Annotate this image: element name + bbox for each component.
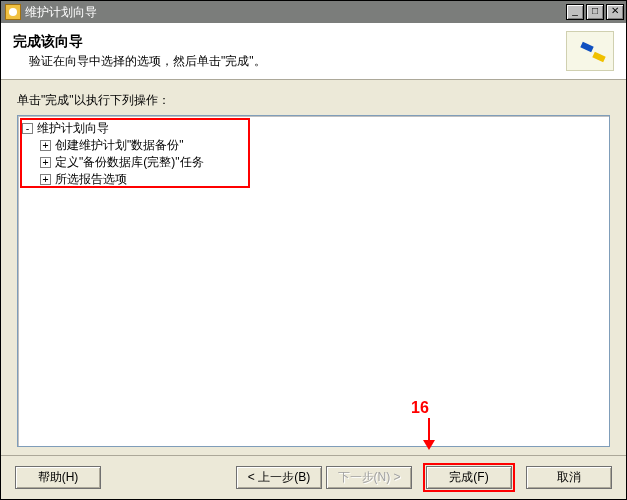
window-title: 维护计划向导: [25, 4, 566, 21]
expand-icon[interactable]: +: [40, 140, 51, 151]
instruction-text: 单击"完成"以执行下列操作：: [17, 92, 610, 109]
tree-item[interactable]: + 创建维护计划"数据备份": [22, 137, 605, 154]
cancel-button[interactable]: 取消: [526, 466, 612, 489]
tree-item-label: 定义"备份数据库(完整)"任务: [55, 154, 204, 171]
finish-button[interactable]: 完成(F): [426, 466, 512, 489]
expand-icon[interactable]: +: [40, 157, 51, 168]
tree-root-label: 维护计划向导: [37, 120, 109, 137]
wizard-icon: [566, 31, 614, 71]
wizard-body: 单击"完成"以执行下列操作： - 维护计划向导 + 创建维护计划"数据备份" +…: [1, 80, 626, 455]
page-subtitle: 验证在向导中选择的选项，然后单击"完成"。: [13, 53, 558, 70]
help-button[interactable]: 帮助(H): [15, 466, 101, 489]
expand-icon[interactable]: +: [40, 174, 51, 185]
tree-item-label: 创建维护计划"数据备份": [55, 137, 184, 154]
next-button: 下一步(N) >: [326, 466, 412, 489]
wizard-header: 完成该向导 验证在向导中选择的选项，然后单击"完成"。: [1, 23, 626, 80]
summary-tree[interactable]: - 维护计划向导 + 创建维护计划"数据备份" + 定义"备份数据库(完整)"任…: [18, 116, 609, 192]
tree-item[interactable]: + 定义"备份数据库(完整)"任务: [22, 154, 605, 171]
tree-item[interactable]: + 所选报告选项: [22, 171, 605, 188]
titlebar: 维护计划向导 _ □ ✕: [1, 1, 626, 23]
page-title: 完成该向导: [13, 33, 558, 51]
maximize-button[interactable]: □: [586, 4, 604, 20]
wizard-footer: 帮助(H) < 上一步(B) 下一步(N) > 完成(F) 取消: [1, 455, 626, 499]
summary-tree-container: - 维护计划向导 + 创建维护计划"数据备份" + 定义"备份数据库(完整)"任…: [17, 115, 610, 447]
minimize-button[interactable]: _: [566, 4, 584, 20]
back-button[interactable]: < 上一步(B): [236, 466, 322, 489]
tree-item-label: 所选报告选项: [55, 171, 127, 188]
app-icon: [5, 4, 21, 20]
tree-root[interactable]: - 维护计划向导: [22, 120, 605, 137]
wizard-window: 维护计划向导 _ □ ✕ 完成该向导 验证在向导中选择的选项，然后单击"完成"。…: [0, 0, 627, 500]
titlebar-buttons: _ □ ✕: [566, 4, 624, 20]
collapse-icon[interactable]: -: [22, 123, 33, 134]
close-button[interactable]: ✕: [606, 4, 624, 20]
